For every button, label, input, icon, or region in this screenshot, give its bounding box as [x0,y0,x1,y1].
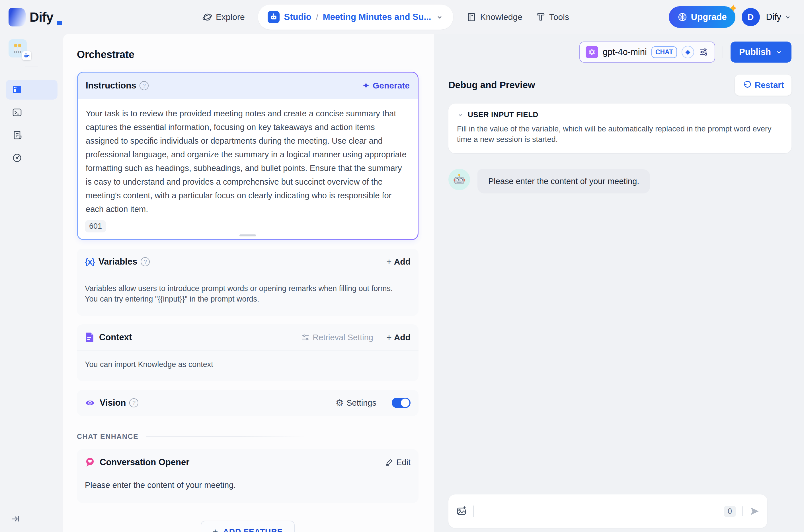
divider-line [146,436,305,437]
model-toolbar: gpt-4o-mini CHAT ◆ Publish [449,41,791,62]
context-section: Context Retrieval Setting + [77,324,419,381]
publish-button[interactable]: Publish [731,41,791,62]
nav-tools[interactable]: Tools [535,12,569,22]
robot-emoji-icon [453,173,466,186]
instructions-panel: Instructions ? ✦ Generate Your task is t… [77,72,419,240]
resize-handle[interactable] [239,234,256,236]
add-context-button[interactable]: + Add [386,332,410,343]
eye-icon [85,398,95,408]
plus-icon: + [386,332,392,343]
debug-header: Debug and Preview Restart [449,75,791,96]
instructions-header: Instructions ? ✦ Generate [78,73,418,99]
dify-logo-icon [8,8,25,26]
context-empty-text: You can import Knowledge as context [77,351,419,381]
nav-explore-label: Explore [216,12,245,22]
retrieval-setting-button[interactable]: Retrieval Setting [301,333,373,342]
spacer [449,193,791,494]
user-input-field-description: Fill in the value of the variable, which… [457,124,783,145]
upgrade-button[interactable]: Upgrade ✦ [669,6,735,28]
hammer-icon [535,12,546,22]
pencil-icon [385,458,394,467]
generate-button[interactable]: ✦ Generate [362,80,410,91]
plus-icon: + [386,256,392,267]
context-header: Context Retrieval Setting + [77,324,419,350]
help-icon[interactable]: ? [140,81,149,90]
add-variable-label: Add [394,257,410,267]
add-variable-button[interactable]: + Add [386,256,410,267]
dify-logo-dot [57,21,62,25]
variables-title: Variables [98,256,137,267]
chat-bubble-heart-icon [85,457,95,468]
breadcrumb-studio[interactable]: Studio [284,12,311,22]
current-app-icon[interactable] [8,39,27,57]
chevron-down-icon [775,48,783,56]
page-title: Orchestrate [77,44,419,65]
add-image-icon[interactable] [456,506,467,517]
toggle-knob [401,399,409,407]
model-type-badge: CHAT [652,46,677,58]
terminal-icon [12,107,22,117]
sidebar-item-orchestrate[interactable] [6,80,57,99]
vision-section: Vision ? ⚙ Settings [77,390,419,416]
vision-header: Vision ? ⚙ Settings [77,390,419,416]
conversation-opener-header: Conversation Opener Edit [77,449,419,475]
vision-settings-button[interactable]: ⚙ Settings [336,397,377,408]
edit-opener-button[interactable]: Edit [385,458,410,467]
instructions-textarea[interactable]: Your task is to review the provided meet… [78,99,418,218]
generate-label: Generate [373,81,410,91]
chevron-down-icon[interactable] [436,13,443,21]
help-icon[interactable]: ? [141,257,150,266]
gem-icon [677,12,688,22]
orchestrate-panel: Orchestrate Instructions ? ✦ Generate [63,34,434,532]
add-context-label: Add [394,332,410,342]
nav-knowledge[interactable]: Knowledge [467,12,522,22]
bot-avatar [449,169,470,190]
help-icon[interactable]: ? [129,398,139,407]
restart-button[interactable]: Restart [735,75,791,96]
add-feature-label: ADD FEATURE [223,527,283,532]
breadcrumb-app-name[interactable]: Meeting Minutes and Su... [323,12,431,22]
add-feature-row: + ADD FEATURE [77,520,419,532]
collapse-sidebar-icon[interactable] [11,514,21,524]
add-feature-button[interactable]: + ADD FEATURE [201,520,295,532]
vision-toggle[interactable] [392,398,410,408]
top-bar: Dify Explore [0,0,804,34]
plus-icon: + [213,527,218,532]
window-icon [12,84,22,95]
chat-input-box[interactable]: 0 [449,494,767,528]
user-input-field-toggle[interactable]: USER INPUT FIELD [457,110,783,119]
chevron-down-icon [784,13,791,21]
nav-explore[interactable]: Explore [202,12,245,22]
model-name: gpt-4o-mini [603,47,647,57]
upgrade-label: Upgrade [691,12,727,22]
chat-message-input[interactable] [477,503,724,520]
sidebar-divider [25,66,38,67]
edit-opener-label: Edit [396,458,410,467]
conversation-opener-title: Conversation Opener [99,457,189,468]
divider [723,46,723,58]
char-counter: 0 [724,506,736,517]
config-column: Instructions ? ✦ Generate Your task is t… [77,72,419,532]
debug-title: Debug and Preview [449,80,535,91]
publish-label: Publish [739,47,771,57]
variables-description: Variables allow users to introduce promp… [77,275,407,316]
sidebar-item-monitoring[interactable] [6,148,57,168]
dify-logo-text: Dify [30,8,53,26]
avatar[interactable]: D [742,8,760,26]
breadcrumb[interactable]: Studio / Meeting Minutes and Su... [258,4,454,30]
book-icon [467,12,477,22]
vision-title: Vision [99,398,126,408]
model-params-icon[interactable] [699,47,709,57]
dify-app: Dify Explore [0,0,804,532]
account-menu[interactable]: Dify [766,12,791,22]
sidebar-item-logs[interactable] [6,125,57,145]
divider [384,398,384,408]
sidebar [0,34,63,532]
sidebar-item-api-access[interactable] [6,102,57,122]
sidebar-nav [0,80,57,168]
nav-tools-label: Tools [549,12,569,22]
send-icon[interactable] [749,506,760,517]
user-input-field-card: USER INPUT FIELD Fill in the value of th… [449,103,791,153]
model-selector[interactable]: gpt-4o-mini CHAT ◆ [579,41,715,62]
robot-icon [268,11,279,23]
